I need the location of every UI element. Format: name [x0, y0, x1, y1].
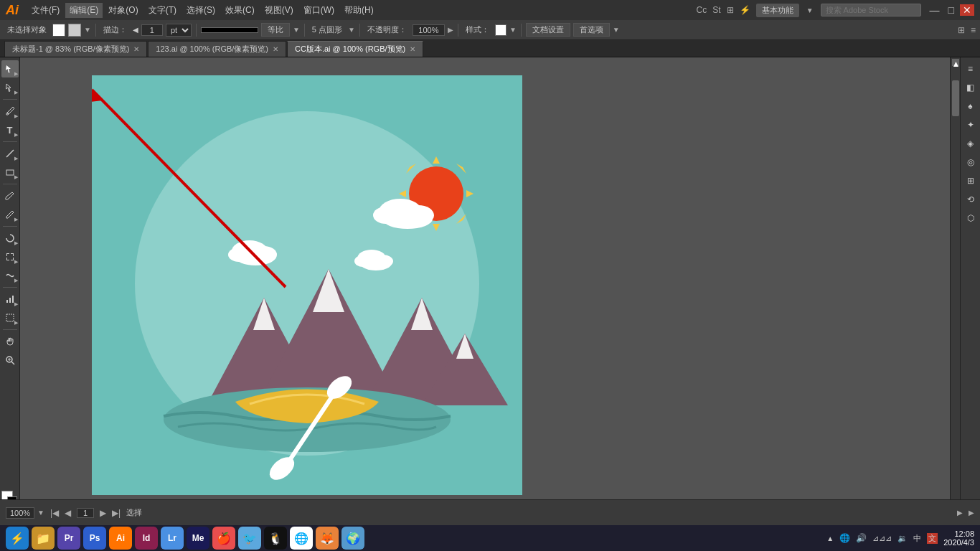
taskbar-chrome[interactable]: 🌐 — [290, 527, 313, 550]
pencil-tool[interactable]: ▶ — [1, 206, 19, 223]
page-next-next[interactable]: ▶| — [112, 508, 121, 518]
stock-icon[interactable]: St — [712, 5, 720, 15]
tray-hide-icon[interactable]: ▲ — [826, 534, 834, 542]
paintbrush-tool[interactable] — [1, 187, 19, 204]
style-preview[interactable] — [495, 24, 507, 36]
taskbar-lightroom[interactable]: Lr — [161, 527, 184, 550]
tray-speaker-icon[interactable]: 🔊 — [856, 533, 867, 543]
taskbar-bird[interactable]: 🐦 — [238, 527, 261, 550]
type-tool[interactable]: T ▶ — [1, 121, 19, 138]
points-dropdown-icon[interactable]: ▼ — [348, 26, 355, 34]
tab-close-123[interactable]: ✕ — [273, 45, 278, 53]
zoom-dropdown-icon[interactable]: ▼ — [37, 509, 44, 517]
tab-123[interactable]: 123.ai @ 100% (RGB/像素预览) ✕ — [148, 41, 286, 57]
doc-settings-button[interactable]: 文档设置 — [526, 23, 570, 37]
opacity-input[interactable] — [413, 24, 445, 36]
stock-search-input[interactable] — [821, 4, 921, 17]
direct-selection-tool[interactable]: ▶ — [1, 79, 19, 96]
taskbar-fox[interactable]: 🦊 — [316, 527, 339, 550]
cc-icon[interactable]: Cc — [697, 5, 707, 15]
panel-appearance[interactable]: ◎ — [962, 154, 979, 171]
artboard-tool[interactable]: ▶ — [1, 309, 19, 326]
tray-ime-icon[interactable]: 中 — [913, 533, 921, 544]
style-dropdown-icon[interactable]: ▼ — [509, 26, 517, 34]
panel-symbols[interactable]: ◈ — [962, 135, 979, 152]
taskbar-fruit[interactable]: 🍎 — [212, 527, 235, 550]
taskbar-filemanager[interactable]: 📁 — [32, 527, 55, 550]
minimize-button[interactable]: — — [927, 4, 943, 16]
menu-view[interactable]: 视图(V) — [260, 3, 298, 18]
tray-wubi-icon[interactable]: 文 — [927, 533, 938, 544]
stroke-dropdown-icon[interactable]: ▼ — [84, 26, 91, 34]
selection-tool[interactable]: ▶ — [1, 60, 19, 77]
stroke-size-input[interactable] — [141, 24, 163, 36]
vertical-scrollbar[interactable]: ▲ ▼ — [950, 57, 960, 525]
close-button[interactable]: ✕ — [960, 4, 974, 16]
panel-pathfinder[interactable]: ⬡ — [962, 209, 979, 227]
electric-icon[interactable]: ⚡ — [740, 5, 750, 15]
arrange-icon[interactable]: ⊞ — [958, 25, 965, 35]
taskbar-illustrator[interactable]: Ai — [109, 527, 132, 550]
equal-proportion-button[interactable]: 等比 — [261, 23, 290, 37]
tab-close-cc[interactable]: ✕ — [410, 45, 415, 53]
page-next[interactable]: ▶ — [100, 508, 106, 518]
equal-dropdown-icon[interactable]: ▼ — [293, 26, 300, 34]
panel-align[interactable]: ⊞ — [962, 172, 979, 189]
status-more[interactable]: ▶ — [969, 509, 974, 517]
tray-volume-icon[interactable]: 🔉 — [897, 534, 908, 543]
warp-tool[interactable]: ▶ — [1, 267, 19, 284]
panel-properties[interactable]: ≡ — [962, 60, 979, 77]
page-prev[interactable]: ◀ — [65, 508, 71, 518]
taskbar-clock[interactable]: 12:08 2020/4/3 — [943, 529, 974, 547]
panel-libraries[interactable]: ♠ — [962, 98, 979, 115]
taskbar-indesign[interactable]: Id — [135, 527, 158, 550]
menu-file[interactable]: 文件(F) — [27, 3, 64, 18]
menu-object[interactable]: 对象(O) — [104, 3, 142, 18]
tab-untitled[interactable]: 未标题-1 @ 83% (RGB/像素预览) ✕ — [4, 41, 147, 57]
menu-window[interactable]: 窗口(W) — [299, 3, 339, 18]
opacity-arrow-right[interactable]: ▶ — [448, 26, 453, 34]
page-number-input[interactable] — [77, 508, 94, 518]
maximize-button[interactable]: □ — [946, 4, 957, 16]
workspace-dropdown-icon[interactable]: ▼ — [806, 6, 814, 14]
menu-effect[interactable]: 效果(C) — [221, 3, 259, 18]
more-options-icon[interactable]: ≡ — [971, 25, 976, 35]
scrollbar-thumb[interactable] — [952, 80, 959, 116]
taskbar-globe[interactable]: 🌍 — [341, 527, 364, 550]
prefs-dropdown-icon[interactable]: ▼ — [613, 26, 620, 34]
pen-tool[interactable]: ▶ — [1, 103, 19, 120]
menu-edit[interactable]: 编辑(E) — [65, 3, 103, 18]
panel-brush[interactable]: ✦ — [962, 116, 979, 133]
panel-transform[interactable]: ⟲ — [962, 191, 979, 208]
panel-layers[interactable]: ◧ — [962, 79, 979, 96]
stroke-color-swatch[interactable] — [68, 24, 81, 37]
hand-tool[interactable] — [1, 333, 19, 350]
stroke-arrow-left[interactable]: ◀ — [133, 26, 138, 34]
scale-tool[interactable]: ▶ — [1, 248, 19, 265]
stroke-unit-select[interactable]: pt — [166, 24, 192, 37]
tray-signal-icon[interactable]: ⊿⊿⊿ — [872, 534, 892, 543]
scrollbar-up-arrow[interactable]: ▲ — [952, 59, 959, 66]
tray-network-icon[interactable]: 🌐 — [839, 533, 850, 543]
workspace-button[interactable]: 基本功能 — [756, 4, 799, 17]
taskbar-media[interactable]: Me — [187, 527, 209, 550]
taskbar-penguin[interactable]: 🐧 — [264, 527, 287, 550]
rotate-tool[interactable]: ▶ — [1, 230, 19, 247]
menu-select[interactable]: 选择(S) — [182, 3, 220, 18]
taskbar-photoshop[interactable]: Ps — [83, 527, 106, 550]
taskbar-premiere[interactable]: Pr — [57, 527, 80, 550]
menu-text[interactable]: 文字(T) — [144, 3, 181, 18]
page-prev-prev[interactable]: |◀ — [50, 508, 59, 518]
zoom-input[interactable] — [6, 507, 34, 519]
menu-help[interactable]: 帮助(H) — [340, 3, 378, 18]
line-tool[interactable]: ▶ — [1, 145, 19, 162]
tab-close-untitled[interactable]: ✕ — [133, 45, 139, 53]
grid-icon[interactable]: ⊞ — [727, 5, 734, 15]
fill-color-swatch[interactable] — [52, 24, 65, 37]
rectangle-tool[interactable]: ▶ — [1, 164, 19, 181]
taskbar-thunder[interactable]: ⚡ — [6, 527, 29, 550]
preferences-button[interactable]: 首选项 — [573, 23, 610, 37]
graph-tool[interactable]: ▶ — [1, 291, 19, 308]
zoom-tool[interactable] — [1, 352, 19, 369]
tab-cc[interactable]: CC版本.ai @ 100% (RGB/预览) ✕ — [287, 41, 423, 57]
